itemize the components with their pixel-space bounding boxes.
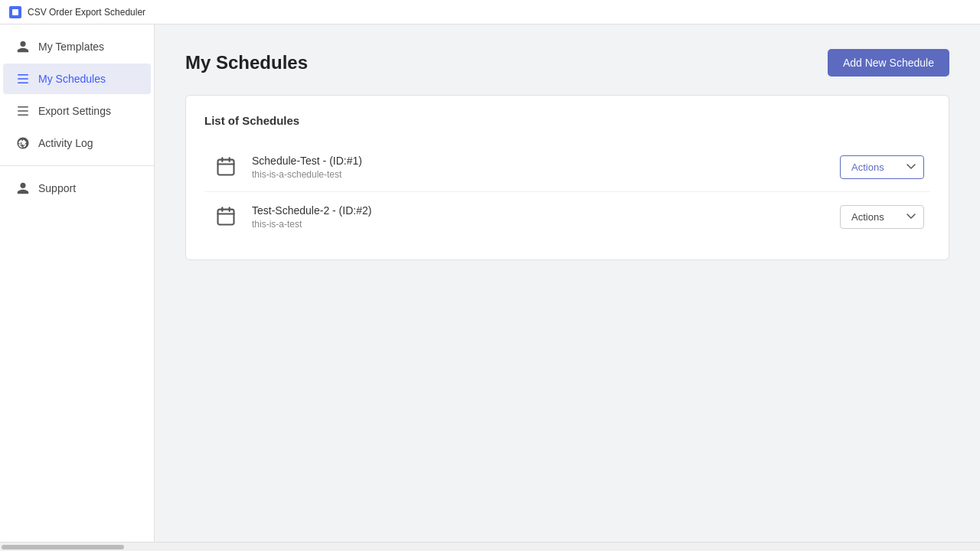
title-bar: CSV Order Export Scheduler [0,0,980,24]
page-header: My Schedules Add New Schedule [185,49,949,77]
actions-dropdown-2[interactable]: Actions [840,205,924,229]
list-icon-schedules [15,71,31,86]
scrollbar-thumb[interactable] [2,545,124,549]
sidebar-label-my-templates: My Templates [38,41,104,53]
sidebar-item-support[interactable]: Support [3,173,151,204]
add-new-schedule-button[interactable]: Add New Schedule [828,49,949,77]
support-person-icon [15,181,31,196]
sidebar-label-support: Support [38,182,76,194]
page-title: My Schedules [185,52,308,73]
schedule-info-2: Test-Schedule-2 - (ID:#2) this-is-a-test [252,204,840,230]
dollar-icon [15,135,31,151]
app-title: CSV Order Export Scheduler [28,7,145,18]
sidebar-label-my-schedules: My Schedules [38,73,106,85]
svg-rect-1 [218,160,234,175]
calendar-icon-1 [211,152,241,182]
person-icon [15,39,31,54]
sidebar-item-activity-log[interactable]: Activity Log [3,128,151,158]
svg-rect-5 [218,210,234,225]
schedule-name-1: Schedule-Test - (ID:#1) [252,155,840,167]
schedule-name-2: Test-Schedule-2 - (ID:#2) [252,204,840,217]
horizontal-scrollbar[interactable] [0,542,980,551]
card-title: List of Schedules [204,114,930,127]
sidebar: My Templates My Schedules Export Setting… [0,24,155,542]
schedule-row: Schedule-Test - (ID:#1) this-is-a-schedu… [204,142,930,192]
sidebar-item-my-templates[interactable]: My Templates [3,31,151,62]
svg-rect-0 [12,9,18,15]
sidebar-label-export-settings: Export Settings [38,105,111,117]
schedule-subtitle-2: this-is-a-test [252,219,840,230]
main-content: My Schedules Add New Schedule List of Sc… [155,24,980,542]
calendar-icon-2 [211,201,241,232]
schedule-row: Test-Schedule-2 - (ID:#2) this-is-a-test… [204,192,930,241]
actions-dropdown-1[interactable]: Actions [840,155,924,179]
app-icon [9,6,21,18]
sidebar-label-activity-log: Activity Log [38,137,93,149]
sidebar-divider [0,165,154,166]
schedule-subtitle-1: this-is-a-schedule-test [252,169,840,180]
app-layout: My Templates My Schedules Export Setting… [0,24,980,542]
schedules-card: List of Schedules Schedule-Test - (ID:#1… [185,95,949,260]
list-icon-export [15,103,31,119]
sidebar-item-my-schedules[interactable]: My Schedules [3,64,151,94]
schedule-info-1: Schedule-Test - (ID:#1) this-is-a-schedu… [252,155,840,180]
sidebar-item-export-settings[interactable]: Export Settings [3,96,151,126]
